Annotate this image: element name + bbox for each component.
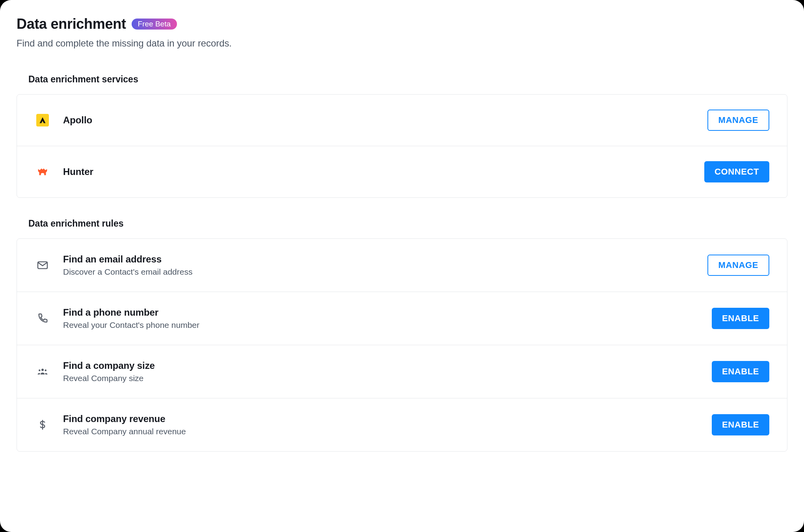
services-section-title: Data enrichment services bbox=[28, 74, 787, 85]
hunter-icon bbox=[35, 165, 50, 179]
rule-desc: Reveal your Contact's phone number bbox=[63, 320, 699, 330]
rule-desc: Reveal Company annual revenue bbox=[63, 427, 699, 436]
manage-button[interactable]: MANAGE bbox=[707, 255, 769, 276]
apollo-icon bbox=[35, 114, 50, 126]
mail-icon bbox=[35, 259, 50, 272]
rule-row-phone: Find a phone number Reveal your Contact'… bbox=[17, 292, 787, 345]
service-row-hunter: Hunter CONNECT bbox=[17, 146, 787, 197]
people-icon bbox=[35, 365, 50, 378]
rule-title: Find a phone number bbox=[63, 307, 699, 318]
rule-desc: Reveal Company size bbox=[63, 374, 699, 383]
page-header: Data enrichment Free Beta bbox=[17, 16, 787, 32]
rule-row-company-size: Find a company size Reveal Company size … bbox=[17, 345, 787, 398]
rules-panel: Find an email address Discover a Contact… bbox=[17, 238, 787, 452]
connect-button[interactable]: CONNECT bbox=[704, 161, 769, 182]
dollar-icon bbox=[35, 419, 50, 431]
manage-button[interactable]: MANAGE bbox=[707, 110, 769, 131]
service-name: Hunter bbox=[63, 166, 692, 177]
rule-row-company-revenue: Find company revenue Reveal Company annu… bbox=[17, 398, 787, 451]
page: Data enrichment Free Beta Find and compl… bbox=[0, 0, 804, 532]
rule-row-email: Find an email address Discover a Contact… bbox=[17, 239, 787, 292]
svg-point-2 bbox=[39, 370, 41, 372]
rule-title: Find company revenue bbox=[63, 413, 699, 424]
svg-point-1 bbox=[41, 369, 44, 371]
rules-section-title: Data enrichment rules bbox=[28, 218, 787, 229]
services-panel: Apollo MANAGE Hunter CONNECT bbox=[17, 94, 787, 198]
service-row-apollo: Apollo MANAGE bbox=[17, 95, 787, 146]
rule-title: Find an email address bbox=[63, 254, 695, 265]
page-title: Data enrichment bbox=[17, 16, 126, 32]
rule-desc: Discover a Contact's email address bbox=[63, 267, 695, 277]
rule-title: Find a company size bbox=[63, 360, 699, 371]
phone-icon bbox=[35, 312, 50, 325]
enable-button[interactable]: ENABLE bbox=[712, 414, 769, 435]
beta-badge: Free Beta bbox=[132, 19, 177, 30]
svg-point-3 bbox=[45, 370, 47, 372]
page-subtitle: Find and complete the missing data in yo… bbox=[17, 38, 787, 49]
service-name: Apollo bbox=[63, 115, 695, 126]
enable-button[interactable]: ENABLE bbox=[712, 361, 769, 382]
enable-button[interactable]: ENABLE bbox=[712, 308, 769, 329]
